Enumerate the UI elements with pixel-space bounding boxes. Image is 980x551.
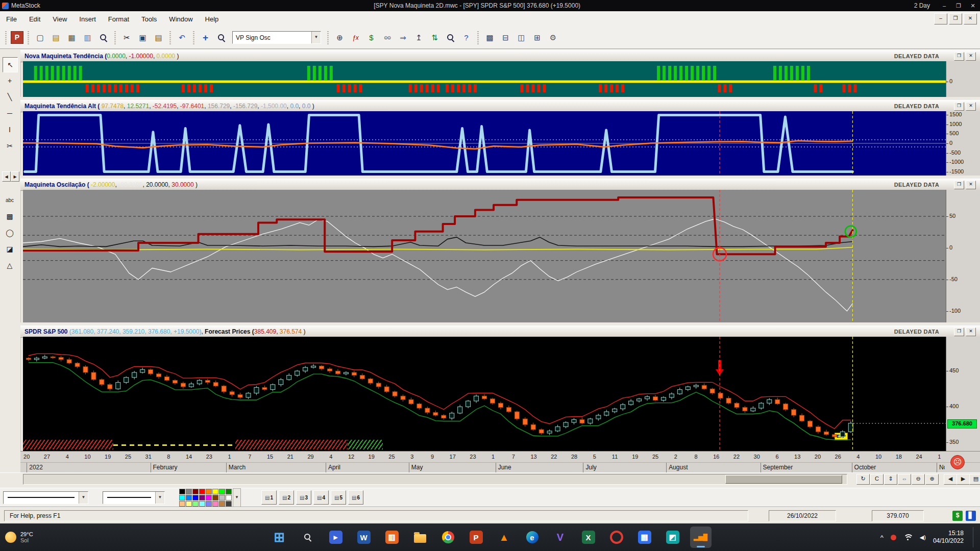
indicator-combo[interactable]: VP Sign Osc▼ [232, 31, 321, 44]
taskbar-app-chat[interactable]: ▸ [325, 527, 347, 548]
panel-close-button[interactable]: ✕ [966, 102, 976, 111]
crosshair-tool[interactable]: + [3, 73, 17, 88]
taskbar-app-powerpoint[interactable]: P [465, 527, 487, 548]
horizontal-line-tool[interactable]: ─ [3, 106, 17, 120]
palette-color-swatch[interactable] [226, 495, 232, 500]
window-tile-horizontal-icon[interactable]: ⊟ [498, 30, 513, 45]
palette-color-swatch[interactable] [206, 495, 212, 500]
chart-status-icon[interactable]: ▋ [966, 511, 976, 521]
window-grid-icon[interactable]: ⊞ [530, 30, 545, 45]
rectangle-tool[interactable]: ◪ [3, 242, 17, 256]
menu-item-format[interactable]: Format [102, 13, 135, 25]
panel-separator[interactable] [20, 322, 980, 325]
panel-close-button[interactable]: ✕ [966, 328, 976, 336]
layout-page-button[interactable]: ▤ [969, 474, 980, 485]
taskbar-app-trading-app[interactable]: ▥ [381, 527, 403, 548]
delete-tool[interactable]: ✂ [3, 139, 17, 153]
taskbar-app-search[interactable] [297, 527, 318, 548]
line-style-combo[interactable]: ▼ [3, 491, 88, 504]
panel-separator[interactable] [20, 97, 980, 100]
chart-view-button-3[interactable]: ▤3 [296, 490, 311, 505]
palette-color-swatch[interactable] [186, 495, 192, 500]
menu-item-window[interactable]: Window [163, 13, 199, 25]
vertical-zoom-button[interactable]: ⇕ [884, 474, 897, 485]
window-tile-vertical-icon[interactable]: ◫ [514, 30, 529, 45]
panel-close-button[interactable]: ✕ [966, 52, 976, 61]
taskbar-app-file-explorer[interactable] [409, 527, 431, 548]
taskbar-app-metastock[interactable]: ▂▅█ [690, 527, 712, 548]
taskbar-app-word[interactable]: W [353, 527, 375, 548]
tray-clock[interactable]: 15:18 04/10/2022 [933, 530, 964, 545]
menu-item-insert[interactable]: Insert [73, 13, 102, 25]
chart-maquineta-tendencia-alt[interactable] [23, 111, 946, 176]
palette-color-swatch[interactable] [212, 495, 218, 500]
chart-view-button-6[interactable]: ▤6 [348, 490, 363, 505]
pan-button[interactable]: ⇔ [898, 474, 911, 485]
mdi-close-button[interactable]: ✕ [964, 13, 977, 24]
taskbar-app-photos[interactable]: ◩ [662, 527, 683, 548]
zoom-in-button[interactable]: ⊕ [925, 474, 939, 485]
c-button[interactable]: C [870, 474, 884, 485]
open-chart-icon[interactable]: ▤ [48, 30, 63, 45]
palette-color-swatch[interactable] [179, 501, 185, 507]
palette-dropdown-button[interactable]: ▼ [233, 488, 241, 507]
palette-color-swatch[interactable] [199, 495, 205, 500]
taskbar-app-opera[interactable] [606, 527, 627, 548]
explorer-binoculars-icon[interactable]: ⊙⊙ [380, 30, 395, 45]
menu-item-view[interactable]: View [46, 13, 73, 25]
chevron-down-icon[interactable]: ▼ [155, 492, 164, 504]
taskbar-app-edge[interactable]: e [522, 527, 543, 548]
trendline-tool[interactable]: ╲ [3, 90, 17, 104]
paste-icon[interactable]: ▤ [151, 30, 166, 45]
copy-icon[interactable]: ▣ [135, 30, 150, 45]
tray-chevron-icon[interactable]: ^ [880, 534, 884, 541]
palette-color-swatch[interactable] [199, 501, 205, 507]
pattern-tool[interactable]: ▩ [3, 209, 17, 223]
text-cursor-tool[interactable]: I [3, 122, 17, 137]
taskbar-app-start[interactable]: ⊞ [269, 527, 290, 548]
menu-item-edit[interactable]: Edit [23, 13, 46, 25]
taskbar-app-chrome[interactable] [437, 527, 459, 548]
palette-color-swatch[interactable] [179, 489, 185, 494]
menu-item-tools[interactable]: Tools [135, 13, 163, 25]
menu-item-file[interactable]: File [0, 13, 23, 25]
crosshair-icon[interactable]: + [198, 30, 213, 45]
print-preview-icon[interactable]: ▥ [80, 30, 95, 45]
ellipse-tool[interactable]: ◯ [3, 226, 17, 240]
refresh-data-icon[interactable]: ⇅ [427, 30, 442, 45]
options-gear-icon[interactable]: ⚙ [546, 30, 560, 45]
line-weight-combo[interactable]: ▼ [103, 491, 165, 504]
zoom-icon[interactable] [96, 30, 111, 45]
palette-color-swatch[interactable] [192, 495, 199, 500]
taskbar-app-visual-studio[interactable]: V [550, 527, 571, 548]
cut-icon[interactable]: ✂ [119, 30, 134, 45]
zoom-area-icon[interactable] [214, 30, 229, 45]
chart-view-button-5[interactable]: ▤5 [331, 490, 346, 505]
page-left-button[interactable]: ◀ [944, 474, 957, 485]
taskbar-weather[interactable]: 29°C Sol [5, 531, 33, 543]
upload-icon[interactable]: ↥ [411, 30, 426, 45]
panel-close-button[interactable]: ✕ [966, 181, 976, 189]
mdi-restore-button[interactable]: ❐ [949, 13, 962, 24]
palette-color-swatch[interactable] [212, 489, 218, 494]
panel-restore-button[interactable]: ❐ [954, 52, 964, 61]
triangle-tool[interactable]: △ [3, 258, 17, 272]
taskbar-app-calculator[interactable]: ▦ [634, 527, 655, 548]
chevron-down-icon[interactable]: ▼ [311, 32, 321, 43]
scroll-left-button[interactable]: ◀ [2, 171, 11, 182]
undo-icon[interactable]: ↶ [175, 30, 189, 45]
panel-restore-button[interactable]: ❐ [954, 181, 964, 189]
chart-view-button-4[interactable]: ▤4 [313, 490, 329, 505]
chart-nova-maquineta-tendencia[interactable] [23, 61, 946, 97]
inspect-icon[interactable] [443, 30, 458, 45]
palette-color-swatch[interactable] [192, 501, 199, 507]
chart-view-button-2[interactable]: ▤2 [279, 490, 294, 505]
chart-spdr-price[interactable]: EXP [23, 337, 946, 451]
palette-color-swatch[interactable] [226, 489, 232, 494]
window-cascade-icon[interactable]: ▩ [482, 30, 497, 45]
context-help-icon[interactable]: ? [459, 30, 474, 45]
zoom-out-button[interactable]: ⊖ [912, 474, 925, 485]
horizontal-scrollbar[interactable] [23, 474, 847, 485]
palette-color-swatch[interactable] [219, 501, 225, 507]
palette-color-swatch[interactable] [186, 489, 192, 494]
